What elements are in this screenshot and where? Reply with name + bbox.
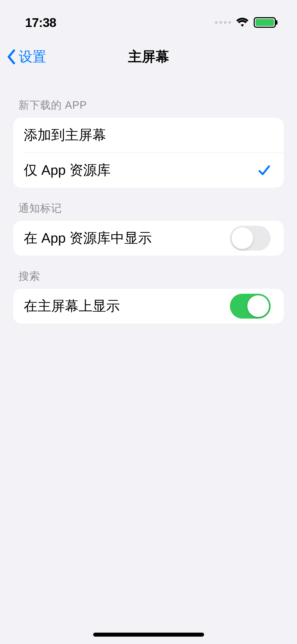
page-title: 主屏幕 [128,48,169,66]
section-header-badges: 通知标记 [13,188,284,221]
section-header-search: 搜索 [13,256,284,289]
back-label: 设置 [19,48,46,66]
cellular-dots-icon [215,21,231,24]
section-header-new-apps: 新下载的 APP [13,85,284,118]
option-label: 仅 App 资源库 [24,161,111,180]
wifi-icon [236,17,249,28]
option-add-to-home[interactable]: 添加到主屏幕 [13,118,284,153]
toggle-show-in-app-library[interactable] [230,226,271,251]
status-bar: 17:38 [0,0,297,37]
battery-icon [254,17,276,28]
checkmark-icon [257,164,271,177]
toggle-show-on-home[interactable] [230,294,271,319]
home-indicator [93,633,204,637]
option-label: 添加到主屏幕 [24,126,106,144]
nav-bar: 设置 主屏幕 [0,40,297,74]
group-search: 在主屏幕上显示 [13,289,284,324]
group-new-apps: 添加到主屏幕 仅 App 资源库 [13,118,284,188]
chevron-left-icon [7,49,16,64]
row-show-on-home: 在主屏幕上显示 [13,289,284,324]
option-app-library-only[interactable]: 仅 App 资源库 [13,153,284,188]
status-indicators [215,17,276,28]
back-button[interactable]: 设置 [7,48,46,66]
content: 新下载的 APP 添加到主屏幕 仅 App 资源库 通知标记 在 App 资源库… [0,85,297,324]
row-label: 在 App 资源库中显示 [24,229,152,247]
toggle-knob [232,227,253,249]
status-time: 17:38 [25,15,56,30]
group-badges: 在 App 资源库中显示 [13,221,284,256]
row-show-in-app-library: 在 App 资源库中显示 [13,221,284,256]
toggle-knob [247,295,269,317]
row-label: 在主屏幕上显示 [24,297,120,315]
